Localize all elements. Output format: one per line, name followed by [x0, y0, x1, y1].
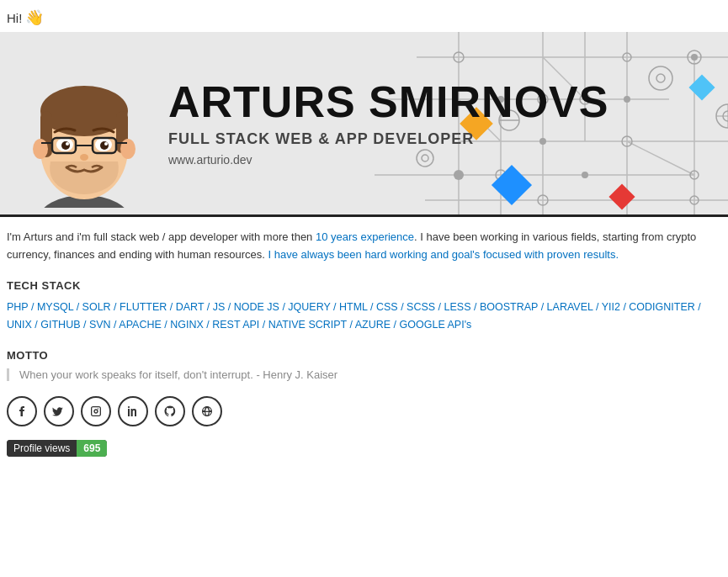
banner-content: ARTURS SMIRNOVS FULL STACK WEB & APP DEV…: [0, 32, 728, 214]
tech-stack-items: PHP / MYSQL / SOLR / FLUTTER / DART / JS…: [7, 299, 721, 335]
profile-views-count: 695: [77, 440, 107, 457]
facebook-icon[interactable]: [7, 396, 37, 426]
svg-point-50: [61, 141, 70, 150]
svg-point-53: [104, 142, 108, 146]
motto-title: MOTTO: [7, 349, 721, 362]
banner-text-area: ARTURS SMIRNOVS FULL STACK WEB & APP DEV…: [151, 80, 728, 167]
twitter-icon[interactable]: [44, 396, 74, 426]
bio-highlight2: I have always been hard working and goal…: [268, 248, 619, 261]
svg-point-51: [100, 141, 109, 150]
avatar-container: [17, 40, 151, 208]
social-icons-row: [7, 396, 721, 426]
profile-views-badge: Profile views 695: [7, 440, 107, 457]
github-icon[interactable]: [155, 396, 185, 426]
banner-name: ARTURS SMIRNOVS: [168, 80, 728, 124]
profile-views-label: Profile views: [7, 440, 77, 457]
motto-quote: When your work speaks for itself, don't …: [7, 368, 721, 381]
bio-part1: I'm Arturs and i'm full stack web / app …: [7, 230, 316, 243]
wave-emoji: 👋: [25, 8, 44, 27]
svg-point-52: [66, 142, 69, 146]
svg-point-47: [120, 139, 136, 159]
bio-paragraph: I'm Arturs and i'm full stack web / app …: [7, 229, 721, 264]
tech-stack-title: TECH STACK: [7, 279, 721, 292]
svg-point-59: [80, 154, 88, 161]
motto-quote-text: When your work speaks for itself, don't …: [19, 368, 337, 381]
bio-highlight1: 10 years experience: [316, 230, 414, 243]
motto-section: MOTTO When your work speaks for itself, …: [7, 349, 721, 381]
svg-point-46: [33, 139, 48, 159]
main-content: I'm Arturs and i'm full stack web / app …: [0, 217, 728, 465]
greeting-section: Hi! 👋: [0, 0, 728, 32]
avatar: [29, 65, 139, 208]
svg-point-43: [40, 86, 128, 136]
globe-icon[interactable]: [192, 396, 222, 426]
instagram-icon[interactable]: [81, 396, 111, 426]
banner-title: FULL STACK WEB & APP DEVELOPER: [168, 130, 728, 148]
profile-banner: ARTURS SMIRNOVS FULL STACK WEB & APP DEV…: [0, 32, 728, 217]
banner-url: www.arturio.dev: [168, 153, 728, 167]
linkedin-icon[interactable]: [118, 396, 148, 426]
greeting-text: Hi!: [7, 11, 22, 25]
